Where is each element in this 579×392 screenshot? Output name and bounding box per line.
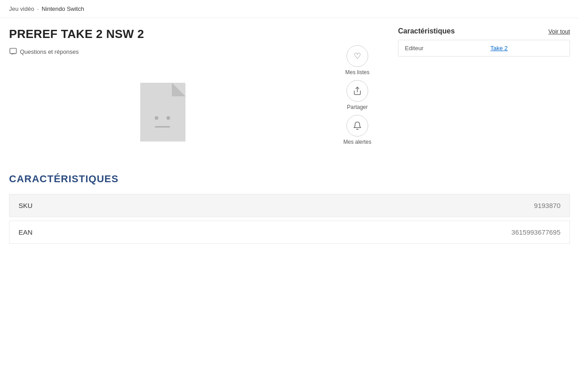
char-key-editeur: Editeur — [399, 40, 484, 56]
mes-alertes-label: Mes alertes — [343, 139, 371, 145]
breadcrumb-nintendo-switch[interactable]: Nintendo Switch — [42, 5, 84, 12]
svg-point-3 — [155, 116, 158, 120]
product-title: PREREF TAKE 2 NSW 2 — [9, 27, 317, 41]
product-image-container — [18, 65, 317, 155]
mes-alertes-button[interactable]: Mes alertes — [343, 115, 371, 145]
svg-marker-2 — [172, 83, 185, 96]
no-image-placeholder — [140, 78, 195, 142]
spec-value-ean: 3615993677695 — [290, 221, 570, 243]
bell-icon — [353, 121, 362, 130]
spec-key-sku: SKU — [9, 194, 290, 217]
qa-label: Questions et réponses — [20, 48, 79, 55]
svg-point-4 — [166, 116, 170, 120]
breadcrumb-jeu-video[interactable]: Jeu vidéo — [9, 5, 34, 12]
svg-rect-5 — [155, 126, 170, 128]
voir-tout-link[interactable]: Voir tout — [548, 28, 570, 35]
heart-circle: ♡ — [346, 45, 368, 67]
qa-link[interactable]: Questions et réponses — [9, 47, 317, 56]
char-row-editeur: Editeur Take 2 — [399, 40, 570, 56]
svg-rect-0 — [10, 48, 16, 54]
breadcrumb-separator: - — [37, 5, 39, 12]
spec-row-sku: SKU 9193870 — [9, 194, 570, 217]
share-icon — [353, 86, 362, 95]
share-circle — [346, 80, 368, 102]
left-column: PREREF TAKE 2 NSW 2 Questions et réponse… — [9, 27, 317, 155]
spec-value-sku: 9193870 — [290, 194, 570, 217]
spec-row-ean: EAN 3615993677695 — [9, 221, 570, 244]
right-actions: ♡ Mes listes Partager Mes alertes — [335, 27, 380, 155]
breadcrumb: Jeu vidéo - Nintendo Switch — [0, 0, 579, 18]
partager-button[interactable]: Partager — [346, 80, 368, 110]
mes-listes-button[interactable]: ♡ Mes listes — [345, 45, 369, 76]
char-value-editeur[interactable]: Take 2 — [484, 40, 570, 56]
main-content: PREREF TAKE 2 NSW 2 Questions et réponse… — [0, 18, 579, 155]
bell-circle — [346, 115, 368, 137]
mes-listes-label: Mes listes — [345, 69, 369, 76]
char-table: Editeur Take 2 — [398, 40, 570, 57]
qa-icon — [9, 47, 17, 56]
section-title: CARACTÉRISTIQUES — [9, 173, 570, 185]
partager-label: Partager — [347, 104, 368, 110]
char-title: Caractéristiques — [398, 27, 455, 35]
heart-icon: ♡ — [354, 51, 361, 61]
spec-key-ean: EAN — [9, 221, 290, 243]
char-header: Caractéristiques Voir tout — [398, 27, 570, 35]
bottom-section: CARACTÉRISTIQUES SKU 9193870 EAN 3615993… — [0, 173, 579, 244]
doc-svg — [140, 83, 185, 142]
characteristics-sidebar: Caractéristiques Voir tout Editeur Take … — [398, 27, 570, 155]
